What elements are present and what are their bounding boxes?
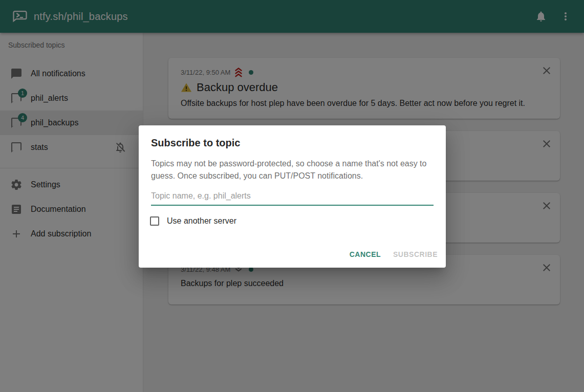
topic-name-input[interactable]: [151, 189, 434, 206]
dialog-title: Subscribe to topic: [139, 125, 446, 149]
dialog-description: Topics may not be password-protected, so…: [139, 149, 446, 182]
cancel-button[interactable]: CANCEL: [345, 245, 385, 264]
use-another-server-row[interactable]: Use another server: [150, 216, 434, 226]
use-another-server-checkbox[interactable]: [150, 216, 159, 226]
dialog-actions: CANCEL SUBSCRIBE: [139, 241, 446, 268]
subscribe-button[interactable]: SUBSCRIBE: [389, 245, 442, 264]
ntfy-app: ntfy.sh/phil_backups Subscribed topics A…: [0, 0, 584, 392]
subscribe-dialog: Subscribe to topic Topics may not be pas…: [139, 125, 446, 268]
checkbox-label: Use another server: [167, 216, 236, 226]
topic-name-field-wrap: [151, 189, 434, 206]
